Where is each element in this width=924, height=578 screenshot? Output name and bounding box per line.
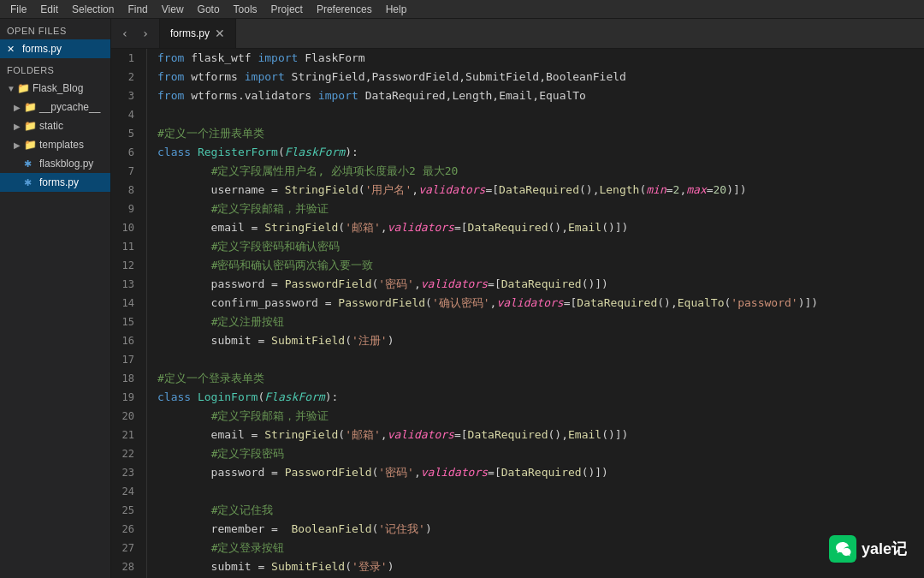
code-container: 1 2 3 4 5 6 7 8 9 10 11 12 13 14 15 16 1…: [111, 49, 924, 578]
code-line-15: #定义注册按钮: [157, 313, 924, 331]
code-line-21: email = StringField('邮箱',validators=[Dat…: [157, 426, 924, 444]
sidebar-folder-pycache[interactable]: ▶ 📁 __pycache__: [0, 98, 110, 116]
code-line-20: #定义字段邮箱，并验证: [157, 407, 924, 426]
folder-icon: 📁: [24, 120, 38, 132]
sidebar-open-file[interactable]: ✕ forms.py: [0, 39, 110, 58]
menu-help[interactable]: Help: [379, 0, 414, 18]
code-line-13: password = PasswordField('密码',validators…: [157, 275, 924, 294]
templates-label: templates: [39, 139, 84, 151]
static-label: static: [39, 120, 63, 132]
code-line-1: from flask_wtf import FlaskForm: [157, 49, 924, 68]
tab-bar: ‹ › forms.py ✕: [111, 19, 924, 49]
line-num-28: 28: [111, 557, 139, 576]
tab-close-button[interactable]: ✕: [215, 27, 225, 39]
line-num-23: 23: [111, 463, 139, 482]
code-line-5: #定义一个注册表单类: [157, 124, 924, 143]
forms-label: forms.py: [39, 176, 79, 188]
line-num-11: 11: [111, 237, 139, 256]
sidebar-file-forms[interactable]: ✱ forms.py: [0, 173, 110, 192]
line-num-12: 12: [111, 256, 139, 275]
code-line-28: submit = SubmitField('登录'): [157, 557, 924, 576]
menu-file[interactable]: File: [3, 0, 33, 18]
menu-find[interactable]: Find: [121, 0, 154, 18]
tab-forms-py[interactable]: forms.py ✕: [160, 19, 236, 48]
menu-goto[interactable]: Goto: [191, 0, 227, 18]
line-num-21: 21: [111, 426, 139, 444]
line-num-22: 22: [111, 444, 139, 463]
line-num-27: 27: [111, 539, 139, 557]
menu-edit[interactable]: Edit: [33, 0, 65, 18]
line-num-4: 4: [111, 105, 139, 124]
flaskblog-label: flaskblog.py: [39, 158, 93, 170]
line-num-20: 20: [111, 407, 139, 426]
sidebar-file-flaskblog[interactable]: ✱ flaskblog.py: [0, 154, 110, 173]
folder-icon: 📁: [24, 101, 38, 113]
code-line-14: confirm_password = PasswordField('确认密码',…: [157, 294, 924, 313]
root-folder-name: Flask_Blog: [33, 82, 83, 94]
line-num-3: 3: [111, 86, 139, 105]
file-icon: ✱: [24, 177, 38, 188]
folder-icon: 📁: [24, 139, 38, 151]
menu-preferences[interactable]: Preferences: [310, 0, 379, 18]
code-line-6: class RegisterForm(FlaskForm):: [157, 143, 924, 162]
code-line-22: #定义字段密码: [157, 444, 924, 463]
line-num-9: 9: [111, 200, 139, 218]
code-line-16: submit = SubmitField('注册'): [157, 331, 924, 350]
code-line-17: [157, 350, 924, 369]
code-line-25: #定义记住我: [157, 501, 924, 520]
line-num-25: 25: [111, 501, 139, 520]
open-files-label: OPEN FILES: [0, 19, 110, 39]
code-line-18: #定义一个登录表单类: [157, 369, 924, 388]
line-num-7: 7: [111, 162, 139, 181]
menu-selection[interactable]: Selection: [65, 0, 121, 18]
folders-label: FOLDERS: [0, 58, 110, 79]
code-editor[interactable]: from flask_wtf import FlaskForm from wtf…: [147, 49, 924, 578]
line-num-8: 8: [111, 181, 139, 200]
arrow-icon: ▼: [7, 84, 17, 93]
wechat-icon: [829, 535, 856, 563]
file-icon: ✕: [7, 44, 21, 55]
menu-tools[interactable]: Tools: [227, 0, 264, 18]
sidebar-open-filename: forms.py: [22, 43, 62, 55]
line-num-2: 2: [111, 68, 139, 86]
line-num-24: 24: [111, 482, 139, 501]
code-line-26: remember = BooleanField('记住我'): [157, 520, 924, 539]
pycache-label: __pycache__: [39, 101, 100, 113]
line-num-19: 19: [111, 388, 139, 407]
arrow-icon: ▶: [14, 122, 24, 131]
tab-nav-left[interactable]: ‹: [115, 24, 135, 43]
menu-view[interactable]: View: [155, 0, 191, 18]
file-icon: ✱: [24, 158, 38, 170]
code-line-3: from wtforms.validators import DataRequi…: [157, 86, 924, 105]
sidebar-folder-root[interactable]: ▼ 📁 Flask_Blog: [0, 79, 110, 98]
line-num-13: 13: [111, 275, 139, 294]
sidebar-folder-static[interactable]: ▶ 📁 static: [0, 116, 110, 135]
line-num-5: 5: [111, 124, 139, 143]
line-numbers: 1 2 3 4 5 6 7 8 9 10 11 12 13 14 15 16 1…: [111, 49, 147, 578]
tab-nav-area: ‹ ›: [111, 19, 160, 48]
code-line-23: password = PasswordField('密码',validators…: [157, 463, 924, 482]
arrow-icon: ▶: [14, 140, 24, 150]
line-num-10: 10: [111, 218, 139, 237]
line-num-1: 1: [111, 49, 139, 68]
code-line-10: email = StringField('邮箱',validators=[Dat…: [157, 218, 924, 237]
line-num-26: 26: [111, 520, 139, 539]
line-num-15: 15: [111, 313, 139, 331]
code-line-11: #定义字段密码和确认密码: [157, 237, 924, 256]
line-num-14: 14: [111, 294, 139, 313]
code-line-12: #密码和确认密码两次输入要一致: [157, 256, 924, 275]
code-line-9: #定义字段邮箱，并验证: [157, 200, 924, 218]
tab-nav-right[interactable]: ›: [135, 24, 156, 43]
code-line-4: [157, 105, 924, 124]
sidebar: OPEN FILES ✕ forms.py FOLDERS ▼ 📁 Flask_…: [0, 19, 111, 578]
code-line-7: #定义字段属性用户名, 必填项长度最小2 最大20: [157, 162, 924, 181]
main-layout: OPEN FILES ✕ forms.py FOLDERS ▼ 📁 Flask_…: [0, 19, 924, 578]
arrow-icon: ▶: [14, 103, 24, 112]
code-line-2: from wtforms import StringField,Password…: [157, 68, 924, 86]
line-num-16: 16: [111, 331, 139, 350]
line-num-6: 6: [111, 143, 139, 162]
menu-project[interactable]: Project: [264, 0, 310, 18]
content-area: ‹ › forms.py ✕ 1 2 3 4 5 6 7 8 9 10: [111, 19, 924, 578]
watermark-text: yale记: [862, 539, 907, 559]
sidebar-folder-templates[interactable]: ▶ 📁 templates: [0, 135, 110, 154]
